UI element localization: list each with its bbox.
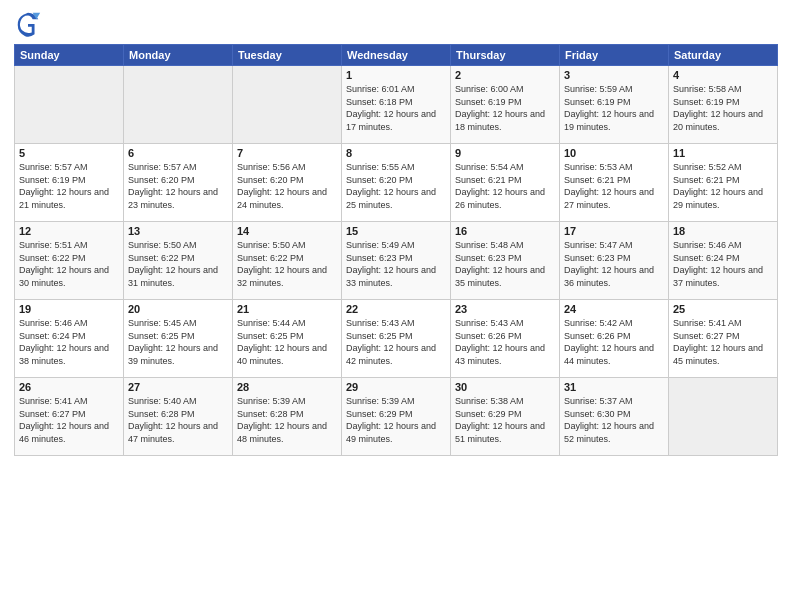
day-cell: 4Sunrise: 5:58 AM Sunset: 6:19 PM Daylig… <box>669 66 778 144</box>
day-info: Sunrise: 5:50 AM Sunset: 6:22 PM Dayligh… <box>128 239 228 289</box>
day-number: 29 <box>346 381 446 393</box>
day-cell <box>233 66 342 144</box>
day-info: Sunrise: 5:52 AM Sunset: 6:21 PM Dayligh… <box>673 161 773 211</box>
day-info: Sunrise: 5:41 AM Sunset: 6:27 PM Dayligh… <box>19 395 119 445</box>
day-info: Sunrise: 5:49 AM Sunset: 6:23 PM Dayligh… <box>346 239 446 289</box>
day-cell: 20Sunrise: 5:45 AM Sunset: 6:25 PM Dayli… <box>124 300 233 378</box>
day-number: 26 <box>19 381 119 393</box>
day-info: Sunrise: 5:41 AM Sunset: 6:27 PM Dayligh… <box>673 317 773 367</box>
day-cell: 13Sunrise: 5:50 AM Sunset: 6:22 PM Dayli… <box>124 222 233 300</box>
day-info: Sunrise: 5:44 AM Sunset: 6:25 PM Dayligh… <box>237 317 337 367</box>
week-row-2: 5Sunrise: 5:57 AM Sunset: 6:19 PM Daylig… <box>15 144 778 222</box>
weekday-header-monday: Monday <box>124 45 233 66</box>
day-info: Sunrise: 5:38 AM Sunset: 6:29 PM Dayligh… <box>455 395 555 445</box>
day-cell: 9Sunrise: 5:54 AM Sunset: 6:21 PM Daylig… <box>451 144 560 222</box>
header <box>14 10 778 38</box>
day-cell: 16Sunrise: 5:48 AM Sunset: 6:23 PM Dayli… <box>451 222 560 300</box>
week-row-5: 26Sunrise: 5:41 AM Sunset: 6:27 PM Dayli… <box>15 378 778 456</box>
day-number: 18 <box>673 225 773 237</box>
day-cell: 5Sunrise: 5:57 AM Sunset: 6:19 PM Daylig… <box>15 144 124 222</box>
weekday-header-wednesday: Wednesday <box>342 45 451 66</box>
weekday-header-sunday: Sunday <box>15 45 124 66</box>
day-number: 2 <box>455 69 555 81</box>
day-cell: 25Sunrise: 5:41 AM Sunset: 6:27 PM Dayli… <box>669 300 778 378</box>
day-number: 25 <box>673 303 773 315</box>
day-info: Sunrise: 5:58 AM Sunset: 6:19 PM Dayligh… <box>673 83 773 133</box>
day-cell: 19Sunrise: 5:46 AM Sunset: 6:24 PM Dayli… <box>15 300 124 378</box>
day-number: 9 <box>455 147 555 159</box>
day-number: 31 <box>564 381 664 393</box>
day-cell: 10Sunrise: 5:53 AM Sunset: 6:21 PM Dayli… <box>560 144 669 222</box>
week-row-4: 19Sunrise: 5:46 AM Sunset: 6:24 PM Dayli… <box>15 300 778 378</box>
day-number: 5 <box>19 147 119 159</box>
day-cell: 8Sunrise: 5:55 AM Sunset: 6:20 PM Daylig… <box>342 144 451 222</box>
day-cell: 27Sunrise: 5:40 AM Sunset: 6:28 PM Dayli… <box>124 378 233 456</box>
day-number: 28 <box>237 381 337 393</box>
calendar-table: SundayMondayTuesdayWednesdayThursdayFrid… <box>14 44 778 456</box>
week-row-1: 1Sunrise: 6:01 AM Sunset: 6:18 PM Daylig… <box>15 66 778 144</box>
weekday-header-row: SundayMondayTuesdayWednesdayThursdayFrid… <box>15 45 778 66</box>
day-number: 27 <box>128 381 228 393</box>
day-cell: 26Sunrise: 5:41 AM Sunset: 6:27 PM Dayli… <box>15 378 124 456</box>
weekday-header-tuesday: Tuesday <box>233 45 342 66</box>
day-number: 15 <box>346 225 446 237</box>
day-info: Sunrise: 5:51 AM Sunset: 6:22 PM Dayligh… <box>19 239 119 289</box>
day-info: Sunrise: 5:57 AM Sunset: 6:19 PM Dayligh… <box>19 161 119 211</box>
day-number: 8 <box>346 147 446 159</box>
day-number: 4 <box>673 69 773 81</box>
day-number: 6 <box>128 147 228 159</box>
day-info: Sunrise: 5:40 AM Sunset: 6:28 PM Dayligh… <box>128 395 228 445</box>
day-cell: 23Sunrise: 5:43 AM Sunset: 6:26 PM Dayli… <box>451 300 560 378</box>
day-cell: 29Sunrise: 5:39 AM Sunset: 6:29 PM Dayli… <box>342 378 451 456</box>
day-number: 22 <box>346 303 446 315</box>
day-info: Sunrise: 5:46 AM Sunset: 6:24 PM Dayligh… <box>19 317 119 367</box>
day-info: Sunrise: 5:56 AM Sunset: 6:20 PM Dayligh… <box>237 161 337 211</box>
logo <box>14 10 46 38</box>
week-row-3: 12Sunrise: 5:51 AM Sunset: 6:22 PM Dayli… <box>15 222 778 300</box>
day-info: Sunrise: 6:01 AM Sunset: 6:18 PM Dayligh… <box>346 83 446 133</box>
day-cell: 15Sunrise: 5:49 AM Sunset: 6:23 PM Dayli… <box>342 222 451 300</box>
day-cell: 2Sunrise: 6:00 AM Sunset: 6:19 PM Daylig… <box>451 66 560 144</box>
day-cell: 1Sunrise: 6:01 AM Sunset: 6:18 PM Daylig… <box>342 66 451 144</box>
day-cell <box>124 66 233 144</box>
day-cell: 17Sunrise: 5:47 AM Sunset: 6:23 PM Dayli… <box>560 222 669 300</box>
day-info: Sunrise: 5:50 AM Sunset: 6:22 PM Dayligh… <box>237 239 337 289</box>
day-number: 30 <box>455 381 555 393</box>
day-info: Sunrise: 5:37 AM Sunset: 6:30 PM Dayligh… <box>564 395 664 445</box>
day-info: Sunrise: 5:48 AM Sunset: 6:23 PM Dayligh… <box>455 239 555 289</box>
day-number: 12 <box>19 225 119 237</box>
calendar-page: SundayMondayTuesdayWednesdayThursdayFrid… <box>0 0 792 612</box>
day-info: Sunrise: 5:59 AM Sunset: 6:19 PM Dayligh… <box>564 83 664 133</box>
day-number: 19 <box>19 303 119 315</box>
day-cell: 12Sunrise: 5:51 AM Sunset: 6:22 PM Dayli… <box>15 222 124 300</box>
day-info: Sunrise: 5:43 AM Sunset: 6:25 PM Dayligh… <box>346 317 446 367</box>
day-cell: 18Sunrise: 5:46 AM Sunset: 6:24 PM Dayli… <box>669 222 778 300</box>
day-info: Sunrise: 5:55 AM Sunset: 6:20 PM Dayligh… <box>346 161 446 211</box>
weekday-header-thursday: Thursday <box>451 45 560 66</box>
day-info: Sunrise: 5:42 AM Sunset: 6:26 PM Dayligh… <box>564 317 664 367</box>
day-info: Sunrise: 5:39 AM Sunset: 6:28 PM Dayligh… <box>237 395 337 445</box>
day-number: 21 <box>237 303 337 315</box>
day-info: Sunrise: 5:54 AM Sunset: 6:21 PM Dayligh… <box>455 161 555 211</box>
day-number: 3 <box>564 69 664 81</box>
day-info: Sunrise: 5:39 AM Sunset: 6:29 PM Dayligh… <box>346 395 446 445</box>
day-info: Sunrise: 6:00 AM Sunset: 6:19 PM Dayligh… <box>455 83 555 133</box>
day-info: Sunrise: 5:43 AM Sunset: 6:26 PM Dayligh… <box>455 317 555 367</box>
logo-icon <box>14 10 42 38</box>
day-number: 20 <box>128 303 228 315</box>
day-number: 24 <box>564 303 664 315</box>
day-number: 16 <box>455 225 555 237</box>
day-cell: 14Sunrise: 5:50 AM Sunset: 6:22 PM Dayli… <box>233 222 342 300</box>
day-info: Sunrise: 5:47 AM Sunset: 6:23 PM Dayligh… <box>564 239 664 289</box>
day-cell <box>15 66 124 144</box>
day-cell: 11Sunrise: 5:52 AM Sunset: 6:21 PM Dayli… <box>669 144 778 222</box>
weekday-header-saturday: Saturday <box>669 45 778 66</box>
day-info: Sunrise: 5:53 AM Sunset: 6:21 PM Dayligh… <box>564 161 664 211</box>
day-cell: 30Sunrise: 5:38 AM Sunset: 6:29 PM Dayli… <box>451 378 560 456</box>
day-cell: 21Sunrise: 5:44 AM Sunset: 6:25 PM Dayli… <box>233 300 342 378</box>
day-number: 13 <box>128 225 228 237</box>
day-info: Sunrise: 5:46 AM Sunset: 6:24 PM Dayligh… <box>673 239 773 289</box>
day-number: 7 <box>237 147 337 159</box>
day-cell: 3Sunrise: 5:59 AM Sunset: 6:19 PM Daylig… <box>560 66 669 144</box>
day-cell: 7Sunrise: 5:56 AM Sunset: 6:20 PM Daylig… <box>233 144 342 222</box>
